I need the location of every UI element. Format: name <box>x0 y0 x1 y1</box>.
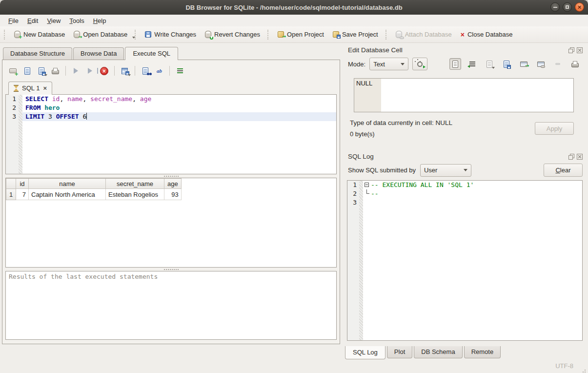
text-mode-button[interactable] <box>449 58 461 70</box>
write-changes-button[interactable]: Write Changes <box>141 29 201 40</box>
toolbar-separator <box>385 30 388 40</box>
mode-select[interactable]: Text <box>369 58 408 70</box>
export-data-button[interactable] <box>501 58 512 70</box>
print-icon <box>52 70 59 74</box>
log-line: 2 -- <box>347 189 582 198</box>
column-header-age[interactable]: age <box>164 179 182 189</box>
float-icon[interactable] <box>568 153 574 160</box>
sql-toolbar: + × ab <box>5 63 337 79</box>
revert-changes-icon <box>205 31 211 38</box>
chevron-down-icon[interactable] <box>132 37 135 39</box>
column-header-secret-name[interactable]: secret_name <box>106 179 164 189</box>
find-icon <box>142 67 148 75</box>
word-wrap-button[interactable] <box>466 58 478 70</box>
close-tab-icon[interactable]: × <box>43 85 47 91</box>
horizontal-splitter[interactable] <box>5 268 337 271</box>
sql-code-lines: 1SELECT id, name, secret_name, age2FROM … <box>6 95 336 121</box>
cell-age[interactable]: 93 <box>164 189 182 200</box>
close-dock-icon[interactable] <box>576 47 583 53</box>
results-grid: id name secret_name age 1 7 Captain Nort… <box>5 178 337 268</box>
menu-help[interactable]: Help <box>89 16 111 26</box>
minimize-icon <box>553 7 557 8</box>
toolbar-grip[interactable] <box>4 30 7 40</box>
cell-name[interactable]: Captain North America <box>29 189 106 200</box>
open-external-icon: → <box>520 62 527 67</box>
sql-doc-tab[interactable]: SQL 1 × <box>8 82 52 95</box>
close-button[interactable]: × <box>575 2 584 12</box>
execute-sql-panel: + × ab <box>2 60 340 344</box>
tab-plot[interactable]: Plot <box>387 346 412 358</box>
open-sql-file-icon <box>24 67 30 75</box>
open-database-button[interactable]: → Open Database <box>69 29 132 40</box>
print-cell-button[interactable] <box>569 58 581 70</box>
gear-icon <box>417 62 423 67</box>
apply-button: Apply <box>535 122 574 135</box>
find-button[interactable] <box>139 64 152 77</box>
left-pane: Database Structure Browse Data Execute S… <box>0 43 340 359</box>
menu-file[interactable]: File <box>4 16 23 26</box>
cell-secret-name[interactable]: Esteban Rogelios <box>106 189 164 200</box>
save-project-icon <box>333 31 339 38</box>
find-replace-button[interactable]: ab <box>153 64 166 77</box>
vertical-splitter[interactable] <box>340 43 344 359</box>
column-header-name[interactable]: name <box>29 179 106 189</box>
open-sql-file-button[interactable] <box>20 64 34 77</box>
maximize-button[interactable] <box>563 2 572 12</box>
titlebar[interactable]: DB Browser for SQLite - /home/user/code/… <box>0 0 588 15</box>
float-icon[interactable] <box>568 47 574 53</box>
tab-execute-sql[interactable]: Execute SQL <box>125 47 178 60</box>
stop-button[interactable]: × <box>98 64 111 77</box>
log-line: 1 -- EXECUTING ALL IN 'SQL 1' <box>347 181 582 189</box>
sql-editor[interactable]: 1SELECT id, name, secret_name, age2FROM … <box>5 94 337 174</box>
execute-line-button <box>83 64 97 77</box>
chevron-down-icon <box>464 169 467 171</box>
window-controls: × <box>550 2 584 12</box>
menu-view[interactable]: View <box>42 16 65 26</box>
open-project-icon: → <box>278 31 284 38</box>
copy-link-button[interactable] <box>535 58 547 70</box>
cell-id[interactable]: 7 <box>16 189 29 200</box>
submitted-by-select[interactable]: User <box>420 164 471 177</box>
chevron-down-icon <box>128 74 131 76</box>
row-number[interactable]: 1 <box>6 189 16 200</box>
export-icon <box>504 61 509 68</box>
database-open-icon: → <box>74 31 80 38</box>
open-external-button[interactable]: → <box>518 58 529 70</box>
horizontal-splitter[interactable] <box>5 174 337 178</box>
encoding-indicator: UTF-8 <box>555 362 573 370</box>
tab-browse-data[interactable]: Browse Data <box>73 47 124 60</box>
revert-changes-button[interactable]: Revert Changes <box>201 29 264 40</box>
print-button[interactable] <box>49 64 62 77</box>
menu-tools[interactable]: Tools <box>65 16 88 26</box>
menu-edit[interactable]: Edit <box>23 16 42 26</box>
sql-log-dock-header: SQL Log <box>344 151 584 161</box>
new-tab-button[interactable]: + <box>6 64 20 77</box>
save-project-button[interactable]: Save Project <box>328 29 383 40</box>
corner-header[interactable] <box>6 179 16 189</box>
open-project-button[interactable]: → Open Project <box>273 29 328 40</box>
close-dock-icon[interactable] <box>576 153 583 160</box>
cell-editor-toolbar: → <box>449 58 583 70</box>
tab-db-schema[interactable]: DB Schema <box>414 346 462 358</box>
minimize-button[interactable] <box>550 2 560 12</box>
save-sql-file-icon <box>39 67 44 75</box>
resize-grip[interactable] <box>585 370 586 371</box>
cell-value-editor[interactable]: NULL <box>354 78 574 112</box>
tab-sql-log[interactable]: SQL Log <box>345 346 385 359</box>
fold-marker-icon[interactable] <box>365 183 369 187</box>
auto-format-button[interactable] <box>173 64 186 77</box>
execute-line-icon <box>88 68 92 74</box>
clear-log-button[interactable]: Clear <box>544 164 583 177</box>
auto-switch-mode-button[interactable] <box>412 58 427 70</box>
attach-database-icon <box>396 31 402 38</box>
toolbar-separator <box>135 66 135 76</box>
sql-log-view[interactable]: 1 -- EXECUTING ALL IN 'SQL 1' 2 -- 3 <box>347 180 583 341</box>
stop-icon: × <box>100 67 108 75</box>
export-results-button[interactable] <box>118 64 131 77</box>
new-database-button[interactable]: + New Database <box>10 29 69 40</box>
column-header-id[interactable]: id <box>16 179 29 189</box>
tab-database-structure[interactable]: Database Structure <box>3 47 72 60</box>
save-sql-file-button[interactable] <box>35 64 48 77</box>
tab-remote[interactable]: Remote <box>464 346 501 358</box>
close-database-button[interactable]: × Close Database <box>456 29 517 40</box>
